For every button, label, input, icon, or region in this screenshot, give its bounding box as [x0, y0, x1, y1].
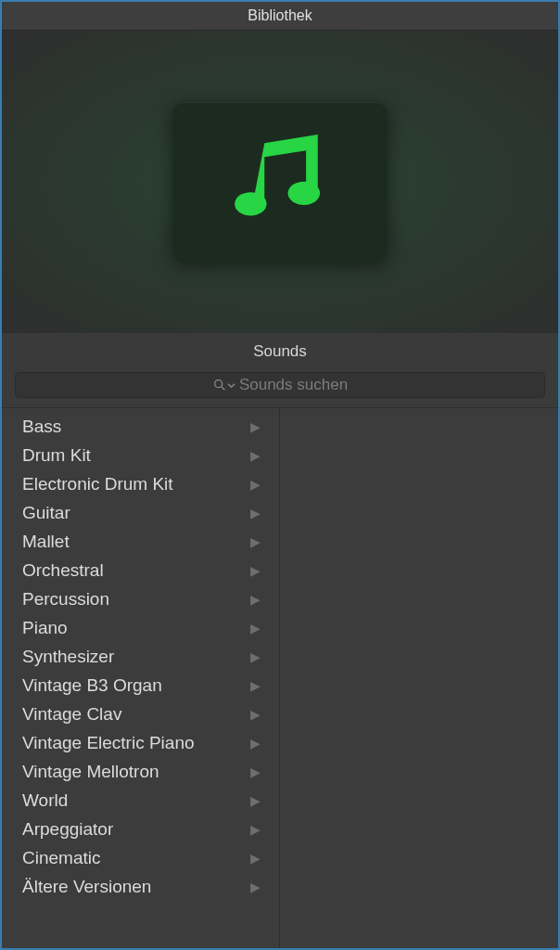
- preview-area: [2, 31, 558, 333]
- chevron-right-icon: ▶: [250, 764, 261, 779]
- category-label: Orchestral: [22, 560, 104, 581]
- category-label: Bass: [22, 417, 61, 437]
- window-title: Bibliothek: [2, 2, 558, 31]
- chevron-right-icon: ▶: [250, 879, 261, 894]
- category-label: Synthesizer: [22, 647, 114, 667]
- category-label: Drum Kit: [22, 445, 91, 466]
- chevron-right-icon: ▶: [250, 534, 261, 549]
- category-label: Guitar: [22, 503, 70, 523]
- category-label: Vintage Clav: [22, 704, 121, 725]
- music-note-icon: [227, 127, 334, 238]
- chevron-right-icon: ▶: [250, 563, 261, 578]
- category-item[interactable]: Guitar▶: [2, 498, 279, 527]
- chevron-down-icon: [227, 381, 235, 390]
- category-item[interactable]: Vintage Electric Piano▶: [2, 728, 279, 757]
- section-header: Sounds: [2, 333, 558, 370]
- category-label: Vintage B3 Organ: [22, 675, 162, 696]
- svg-point-1: [287, 181, 320, 204]
- category-item[interactable]: Electronic Drum Kit▶: [2, 469, 279, 498]
- category-item[interactable]: Arpeggiator▶: [2, 815, 279, 843]
- browser-columns: Bass▶Drum Kit▶Electronic Drum Kit▶Guitar…: [2, 407, 558, 948]
- category-item[interactable]: Vintage Mellotron▶: [2, 757, 279, 786]
- category-item[interactable]: Synthesizer▶: [2, 642, 279, 671]
- chevron-right-icon: ▶: [250, 448, 261, 463]
- chevron-right-icon: ▶: [250, 592, 261, 607]
- category-item[interactable]: Cinematic▶: [2, 843, 279, 872]
- chevron-right-icon: ▶: [250, 419, 261, 434]
- chevron-right-icon: ▶: [250, 851, 261, 866]
- category-label: Arpeggiator: [22, 819, 113, 840]
- chevron-right-icon: ▶: [250, 736, 261, 751]
- category-list: Bass▶Drum Kit▶Electronic Drum Kit▶Guitar…: [2, 408, 280, 948]
- chevron-right-icon: ▶: [250, 678, 261, 693]
- search-placeholder: Sounds suchen: [239, 376, 348, 394]
- category-item[interactable]: World▶: [2, 786, 279, 815]
- chevron-right-icon: ▶: [250, 707, 261, 722]
- instrument-preview-tile: [172, 102, 388, 262]
- search-input[interactable]: Sounds suchen: [15, 372, 545, 398]
- chevron-right-icon: ▶: [250, 477, 261, 492]
- svg-point-2: [215, 380, 223, 388]
- category-item[interactable]: Mallet▶: [2, 527, 279, 556]
- chevron-right-icon: ▶: [250, 822, 261, 837]
- category-label: Percussion: [22, 589, 109, 610]
- chevron-right-icon: ▶: [250, 621, 261, 635]
- search-row: Sounds suchen: [2, 370, 558, 407]
- category-item[interactable]: Vintage Clav▶: [2, 700, 279, 728]
- category-label: Piano: [22, 618, 68, 638]
- search-icon: [212, 378, 235, 392]
- category-item[interactable]: Bass▶: [2, 412, 279, 441]
- category-item[interactable]: Drum Kit▶: [2, 441, 279, 469]
- chevron-right-icon: ▶: [250, 793, 261, 808]
- category-label: Vintage Mellotron: [22, 762, 159, 782]
- chevron-right-icon: ▶: [250, 506, 261, 520]
- category-label: Ältere Versionen: [22, 877, 151, 897]
- category-label: Mallet: [22, 532, 70, 552]
- category-item[interactable]: Orchestral▶: [2, 556, 279, 584]
- category-item[interactable]: Ältere Versionen▶: [2, 872, 279, 901]
- category-label: Electronic Drum Kit: [22, 474, 173, 494]
- chevron-right-icon: ▶: [250, 649, 261, 664]
- category-label: World: [22, 790, 68, 811]
- svg-line-3: [222, 387, 224, 390]
- category-label: Vintage Electric Piano: [22, 733, 195, 753]
- category-item[interactable]: Piano▶: [2, 613, 279, 642]
- category-label: Cinematic: [22, 848, 100, 868]
- svg-point-0: [235, 192, 266, 215]
- category-item[interactable]: Vintage B3 Organ▶: [2, 671, 279, 700]
- detail-pane: [280, 408, 558, 948]
- library-window: Bibliothek Sounds: [0, 0, 560, 950]
- category-item[interactable]: Percussion▶: [2, 584, 279, 613]
